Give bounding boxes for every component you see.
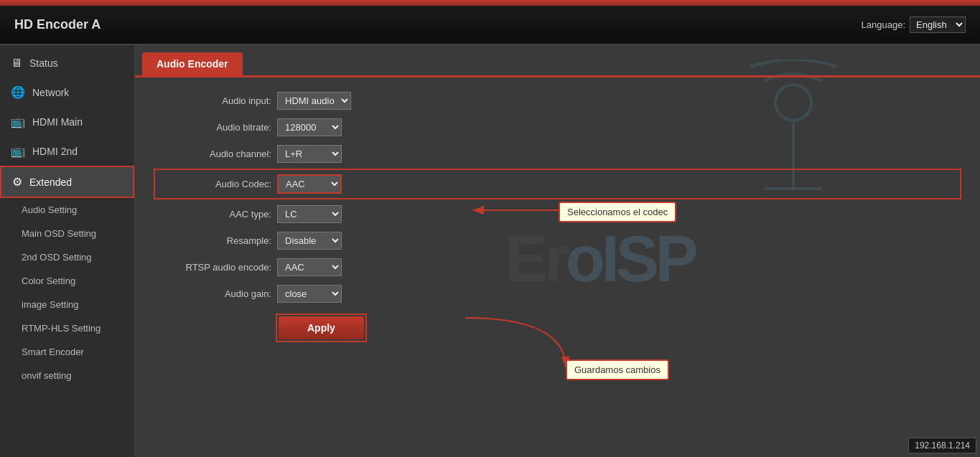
sidebar-item-hdmi-main[interactable]: 📺 HDMI Main	[0, 107, 134, 136]
form-area: Audio input: HDMI audio Audio bitrate: 1…	[135, 77, 980, 355]
sidebar-item-status[interactable]: 🖥 Status	[0, 49, 134, 77]
sidebar-item-hdmi-2nd[interactable]: 📺 HDMI 2nd	[0, 136, 134, 166]
tab-audio-encoder[interactable]: Audio Encoder	[142, 52, 243, 75]
sidebar-label-hdmi-2nd: HDMI 2nd	[32, 146, 78, 157]
globe-icon: 🌐	[11, 85, 25, 99]
content-area: EroISP Audio Encoder Audio input: HDMI a…	[135, 45, 980, 457]
select-aac-type[interactable]: LC HE HEv2	[277, 205, 342, 223]
apply-button[interactable]: Apply	[279, 316, 364, 339]
select-audio-gain[interactable]: close low medium high	[277, 285, 342, 303]
label-audio-bitrate: Audio bitrate:	[157, 122, 271, 133]
header: HD Encoder A Language: English Chinese	[0, 6, 980, 45]
sidebar-subitem-image-setting[interactable]: image Setting	[0, 293, 134, 316]
row-rtsp-audio: RTSP audio encode: AAC G.711	[157, 258, 958, 276]
sidebar-subitem-onvif[interactable]: onvif setting	[0, 364, 134, 387]
tab-bar: Audio Encoder	[135, 45, 980, 75]
select-rtsp-audio[interactable]: AAC G.711	[277, 258, 342, 276]
callout-codec: Seleccionamos el codec	[559, 202, 676, 222]
select-audio-input[interactable]: HDMI audio	[277, 92, 351, 110]
label-audio-channel: Audio channel:	[157, 149, 271, 159]
label-audio-codec: Audio Codec:	[157, 179, 271, 189]
sidebar-subitem-2nd-osd[interactable]: 2nd OSD Setting	[0, 245, 134, 269]
row-audio-bitrate: Audio bitrate: 128000	[157, 118, 958, 136]
sidebar-item-network[interactable]: 🌐 Network	[0, 77, 134, 107]
label-rtsp-audio: RTSP audio encode:	[157, 262, 271, 273]
sidebar-label-extended: Extended	[29, 176, 72, 188]
sidebar-subitem-audio-setting[interactable]: Audio Setting	[0, 198, 134, 222]
monitor-icon: 🖥	[11, 57, 22, 70]
label-audio-gain: Audio gain:	[157, 288, 271, 299]
red-bar	[0, 0, 980, 6]
gear-icon: ⚙	[12, 175, 22, 189]
row-audio-codec: Audio Codec: AAC MP3 G.711	[157, 171, 958, 197]
select-audio-codec[interactable]: AAC MP3 G.711	[277, 174, 342, 194]
callout-apply: Guardamos cambios	[566, 359, 669, 380]
sidebar-item-extended[interactable]: ⚙ Extended	[0, 166, 134, 198]
row-audio-input: Audio input: HDMI audio	[157, 92, 958, 110]
sidebar-subitem-color-setting[interactable]: Color Setting	[0, 269, 134, 293]
row-resample: Resample: Disable Enable	[157, 232, 958, 250]
label-resample: Resample:	[157, 235, 271, 246]
sidebar-label-network: Network	[32, 87, 69, 98]
app-title: HD Encoder A	[14, 17, 101, 32]
sidebar-label-hdmi-main: HDMI Main	[32, 116, 83, 128]
row-audio-gain: Audio gain: close low medium high	[157, 285, 958, 303]
sidebar-subitem-smart-encoder[interactable]: Smart Encoder	[0, 340, 134, 364]
language-select[interactable]: English Chinese	[910, 17, 966, 33]
label-audio-input: Audio input:	[157, 95, 271, 106]
hdmi-main-icon: 📺	[11, 115, 25, 128]
sidebar-subitem-rtmp-hls[interactable]: RTMP-HLS Setting	[0, 316, 134, 340]
label-aac-type: AAC type:	[157, 209, 271, 220]
row-audio-channel: Audio channel: L+R L R	[157, 145, 958, 163]
language-label: Language:	[862, 19, 905, 30]
apply-button-wrapper: Apply	[277, 315, 365, 341]
select-audio-channel[interactable]: L+R L R	[277, 145, 342, 163]
sidebar-label-status: Status	[29, 57, 58, 69]
row-aac-type: AAC type: LC HE HEv2	[157, 205, 958, 223]
ip-badge: 192.168.1.214	[908, 438, 976, 453]
language-section: Language: English Chinese	[862, 17, 966, 33]
sidebar-subitem-main-osd[interactable]: Main OSD Setting	[0, 222, 134, 245]
main-layout: 🖥 Status 🌐 Network 📺 HDMI Main 📺 HDMI 2n…	[0, 45, 980, 457]
select-resample[interactable]: Disable Enable	[277, 232, 342, 250]
select-audio-bitrate[interactable]: 128000	[277, 118, 342, 136]
sidebar: 🖥 Status 🌐 Network 📺 HDMI Main 📺 HDMI 2n…	[0, 45, 135, 457]
hdmi-2nd-icon: 📺	[11, 144, 25, 158]
